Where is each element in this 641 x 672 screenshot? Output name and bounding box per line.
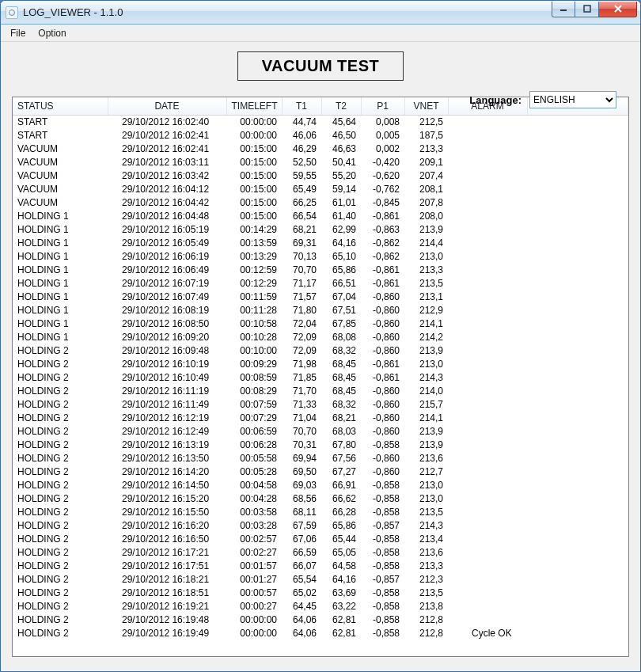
cell-status: VACUUM [13,156,108,169]
table-row[interactable]: VACUUM29/10/2012 16:02:4100:15:0046,2946… [13,142,628,156]
table-row[interactable]: VACUUM29/10/2012 16:03:1100:15:0052,5050… [13,156,628,169]
cell-alarm [448,210,527,223]
table-row[interactable]: HOLDING 229/10/2012 16:19:4900:00:0064,0… [13,627,628,640]
cell-t2: 65,86 [321,264,361,277]
menu-option[interactable]: Option [32,26,72,40]
cell-date: 29/10/2012 16:16:50 [108,533,226,546]
table-row[interactable]: HOLDING 229/10/2012 16:17:2100:02:2766,5… [13,546,628,560]
table-row[interactable]: HOLDING 229/10/2012 16:18:5100:00:5765,0… [13,587,628,600]
col-header-vnet[interactable]: VNET [404,97,448,116]
table-row[interactable]: HOLDING 129/10/2012 16:06:4900:12:5970,7… [13,264,628,277]
cell-status: HOLDING 2 [13,600,108,613]
table-row[interactable]: HOLDING 129/10/2012 16:08:1900:11:2871,8… [13,304,628,317]
table-row[interactable]: HOLDING 129/10/2012 16:05:1900:14:2968,2… [13,223,628,237]
cell-alarm [448,358,527,371]
table-row[interactable]: HOLDING 229/10/2012 16:17:5100:01:5766,0… [13,560,628,573]
table-row[interactable]: HOLDING 229/10/2012 16:16:2000:03:2867,5… [13,519,628,533]
table-row[interactable]: HOLDING 129/10/2012 16:07:4900:11:5971,5… [13,290,628,304]
cell-vnet: 208,1 [404,183,448,196]
cell-t1: 71,33 [282,398,321,412]
cell-status: HOLDING 1 [13,304,108,317]
cell-vnet: 214,3 [404,371,448,385]
page-heading: VACUUM TEST [237,51,404,81]
table-row[interactable]: HOLDING 229/10/2012 16:19:4800:00:0064,0… [13,613,628,627]
cell-spacer [527,116,628,129]
cell-status: HOLDING 2 [13,465,108,479]
table-row[interactable]: HOLDING 129/10/2012 16:09:2000:10:2872,0… [13,331,628,344]
table-row[interactable]: HOLDING 229/10/2012 16:11:4900:07:5971,3… [13,398,628,412]
table-row[interactable]: START29/10/2012 16:02:4000:00:0044,7445,… [13,116,628,129]
col-header-t1[interactable]: T1 [282,97,321,116]
cell-p1: -0,858 [361,506,404,519]
cell-spacer [527,156,628,169]
cell-vnet: 213,9 [404,439,448,452]
table-row[interactable]: HOLDING 229/10/2012 16:15:5000:03:5868,1… [13,506,628,519]
cell-spacer [527,264,628,277]
log-table-container[interactable]: STATUS DATE TIMELEFT T1 T2 P1 VNET ALARM… [12,97,629,657]
cell-p1: -0,860 [361,398,404,412]
cell-t2: 64,58 [321,560,361,573]
cell-t2: 66,28 [321,506,361,519]
cell-p1: -0,860 [361,412,404,425]
cell-t1: 68,56 [282,492,321,506]
cell-vnet: 213,6 [404,452,448,465]
table-row[interactable]: HOLDING 229/10/2012 16:16:5000:02:5767,0… [13,533,628,546]
cell-status: HOLDING 1 [13,223,108,237]
table-row[interactable]: HOLDING 229/10/2012 16:13:5000:05:5869,9… [13,452,628,465]
col-header-t2[interactable]: T2 [321,97,361,116]
table-row[interactable]: VACUUM29/10/2012 16:04:1200:15:0065,4959… [13,183,628,196]
table-row[interactable]: HOLDING 229/10/2012 16:11:1900:08:2971,7… [13,385,628,398]
close-button[interactable] [599,2,637,17]
table-row[interactable]: HOLDING 129/10/2012 16:08:5000:10:5872,0… [13,317,628,331]
minimize-button[interactable] [552,2,575,17]
table-row[interactable]: HOLDING 229/10/2012 16:14:5000:04:5869,0… [13,479,628,492]
table-row[interactable]: HOLDING 129/10/2012 16:05:4900:13:5969,3… [13,237,628,250]
cell-timeleft: 00:00:27 [226,600,282,613]
cell-t2: 64,16 [321,237,361,250]
language-select[interactable]: ENGLISH [529,91,616,108]
table-row[interactable]: HOLDING 229/10/2012 16:09:4800:10:0072,0… [13,344,628,358]
table-row[interactable]: HOLDING 129/10/2012 16:06:1900:13:2970,1… [13,250,628,264]
cell-timeleft: 00:03:58 [226,506,282,519]
window-controls [552,2,637,17]
table-row[interactable]: HOLDING 229/10/2012 16:12:1900:07:2971,0… [13,412,628,425]
col-header-timeleft[interactable]: TIMELEFT [226,97,282,116]
menu-file[interactable]: File [4,26,32,40]
cell-p1: -0,861 [361,371,404,385]
cell-t1: 71,98 [282,358,321,371]
cell-t1: 67,59 [282,519,321,533]
cell-timeleft: 00:14:29 [226,223,282,237]
cell-date: 29/10/2012 16:16:20 [108,519,226,533]
table-row[interactable]: HOLDING 129/10/2012 16:07:1900:12:2971,1… [13,277,628,290]
table-row[interactable]: HOLDING 229/10/2012 16:10:1900:09:2971,9… [13,358,628,371]
titlebar[interactable]: LOG_VIEWER - 1.1.0 [1,1,640,25]
table-row[interactable]: HOLDING 229/10/2012 16:18:2100:01:2765,5… [13,573,628,587]
table-row[interactable]: HOLDING 229/10/2012 16:15:2000:04:2868,5… [13,492,628,506]
cell-timeleft: 00:02:57 [226,533,282,546]
cell-timeleft: 00:00:00 [226,627,282,640]
cell-spacer [527,371,628,385]
table-row[interactable]: VACUUM29/10/2012 16:04:4200:15:0066,2561… [13,196,628,210]
cell-date: 29/10/2012 16:09:48 [108,344,226,358]
table-row[interactable]: HOLDING 129/10/2012 16:04:4800:15:0066,5… [13,210,628,223]
maximize-button[interactable] [575,2,599,17]
col-header-date[interactable]: DATE [108,97,226,116]
cell-status: HOLDING 1 [13,317,108,331]
cell-status: VACUUM [13,196,108,210]
cell-t1: 69,03 [282,479,321,492]
table-row[interactable]: START29/10/2012 16:02:4100:00:0046,0646,… [13,129,628,142]
table-row[interactable]: HOLDING 229/10/2012 16:19:2100:00:2764,4… [13,600,628,613]
cell-date: 29/10/2012 16:08:19 [108,304,226,317]
cell-date: 29/10/2012 16:12:49 [108,425,226,439]
table-row[interactable]: HOLDING 229/10/2012 16:12:4900:06:5970,7… [13,425,628,439]
table-row[interactable]: HOLDING 229/10/2012 16:13:1900:06:2870,3… [13,439,628,452]
table-row[interactable]: HOLDING 229/10/2012 16:10:4900:08:5971,8… [13,371,628,385]
cell-alarm [448,277,527,290]
cell-t1: 65,02 [282,587,321,600]
cell-vnet: 212,8 [404,613,448,627]
table-row[interactable]: VACUUM29/10/2012 16:03:4200:15:0059,5555… [13,169,628,183]
table-row[interactable]: HOLDING 229/10/2012 16:14:2000:05:2869,5… [13,465,628,479]
cell-date: 29/10/2012 16:18:21 [108,573,226,587]
col-header-p1[interactable]: P1 [361,97,404,116]
col-header-status[interactable]: STATUS [13,97,108,116]
